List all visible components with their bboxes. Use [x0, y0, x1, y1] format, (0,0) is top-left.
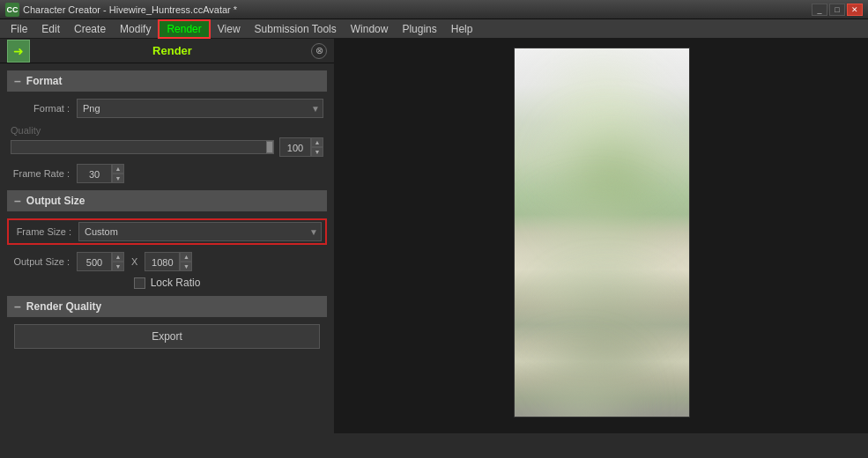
menu-file[interactable]: File: [4, 21, 34, 37]
frame-size-row: Frame Size : Custom HD 720p HD 1080p 4K …: [7, 218, 327, 245]
format-select-wrapper[interactable]: Png Jpg Bmp Tiff ▼: [77, 99, 323, 118]
output-size-collapse-icon[interactable]: –: [14, 194, 21, 208]
format-collapse-icon[interactable]: –: [14, 74, 21, 88]
height-down-button[interactable]: ▼: [180, 262, 192, 271]
menu-view[interactable]: View: [211, 21, 248, 37]
menu-bar: File Edit Create Modify Render View Subm…: [0, 19, 868, 39]
frame-rate-label: Frame Rate :: [11, 168, 77, 179]
frame-rate-up-button[interactable]: ▲: [112, 164, 124, 174]
lock-ratio-label: Lock Ratio: [151, 277, 201, 289]
render-quality-section-header: – Render Quality: [7, 296, 327, 317]
width-spin-buttons: ▲ ▼: [112, 252, 124, 271]
render-tab-close-button[interactable]: ⊗: [311, 43, 327, 59]
quality-up-button[interactable]: ▲: [311, 137, 323, 147]
frame-rate-input: 30 ▲ ▼: [77, 164, 124, 183]
window-controls: _ □ ✕: [812, 4, 863, 16]
export-button[interactable]: Export: [14, 324, 320, 349]
menu-create[interactable]: Create: [67, 21, 113, 37]
title-bar: CC Character Creator - Hivewire_Huntress…: [0, 0, 868, 19]
frame-rate-value: 30: [77, 164, 112, 183]
menu-plugins[interactable]: Plugins: [395, 21, 443, 37]
format-select[interactable]: Png Jpg Bmp Tiff: [77, 99, 323, 118]
width-value: 500: [77, 252, 112, 271]
render-tab-bar: ➜ Render ⊗: [0, 39, 334, 63]
width-down-button[interactable]: ▼: [112, 262, 124, 271]
slider-thumb[interactable]: [266, 141, 273, 153]
output-size-row: Output Size : 500 ▲ ▼ X 1080 ▲: [7, 252, 327, 271]
quality-slider[interactable]: [11, 140, 274, 154]
render-arrow-button[interactable]: ➜: [7, 40, 30, 63]
quality-down-button[interactable]: ▼: [311, 147, 323, 157]
quality-spin-buttons: ▲ ▼: [311, 137, 323, 157]
width-up-button[interactable]: ▲: [112, 252, 124, 262]
x-separator: X: [128, 256, 141, 267]
menu-help[interactable]: Help: [444, 21, 480, 37]
quality-label: Quality: [7, 125, 327, 137]
frame-rate-row: Frame Rate : 30 ▲ ▼: [7, 164, 327, 183]
settings-area[interactable]: – Format Format : Png Jpg Bmp Tiff ▼ Qua…: [0, 63, 334, 433]
lock-ratio-checkbox[interactable]: [134, 277, 145, 289]
height-value: 1080: [145, 252, 180, 271]
lock-ratio-row: Lock Ratio: [7, 277, 327, 289]
height-spin-buttons: ▲ ▼: [180, 252, 192, 271]
height-up-button[interactable]: ▲: [180, 252, 192, 262]
app-icon: CC: [5, 3, 19, 17]
slider-fill: [11, 141, 273, 153]
menu-window[interactable]: Window: [344, 21, 396, 37]
title-text: Character Creator - Hivewire_Huntress.cc…: [23, 4, 812, 15]
format-section-header: – Format: [7, 70, 327, 92]
right-panel: [335, 39, 868, 433]
height-input-group: 1080 ▲ ▼: [145, 252, 192, 271]
minimize-button[interactable]: _: [812, 4, 827, 16]
output-size-label: Output Size :: [11, 256, 77, 267]
quality-value-box: 100 ▲ ▼: [279, 137, 323, 157]
maximize-button[interactable]: □: [829, 4, 845, 16]
close-button[interactable]: ✕: [847, 4, 863, 16]
frame-size-label: Frame Size :: [12, 226, 78, 237]
format-row: Format : Png Jpg Bmp Tiff ▼: [7, 99, 327, 118]
render-tab-label: Render: [33, 44, 311, 57]
main-layout: ➜ Render ⊗ – Format Format : Png Jpg Bmp…: [0, 39, 868, 433]
output-size-section-header: – Output Size: [7, 190, 327, 211]
menu-modify[interactable]: Modify: [113, 21, 158, 37]
output-size-section-title: Output Size: [26, 195, 85, 207]
render-quality-collapse-icon[interactable]: –: [14, 299, 21, 314]
format-label: Format :: [11, 103, 77, 114]
frame-rate-down-button[interactable]: ▼: [112, 174, 124, 183]
frame-rate-spin-buttons: ▲ ▼: [112, 164, 124, 183]
format-section-title: Format: [26, 75, 63, 87]
frame-size-select-wrapper[interactable]: Custom HD 720p HD 1080p 4K ▼: [78, 222, 322, 241]
width-input-group: 500 ▲ ▼: [77, 252, 124, 271]
frame-size-select[interactable]: Custom HD 720p HD 1080p 4K: [78, 222, 322, 241]
menu-submission-tools[interactable]: Submission Tools: [248, 21, 344, 37]
quality-value: 100: [279, 137, 311, 157]
output-size-input-group: 500 ▲ ▼ X 1080 ▲ ▼: [77, 252, 192, 271]
preview-image: [514, 48, 690, 417]
quality-slider-row: 100 ▲ ▼: [7, 137, 327, 157]
left-panel: ➜ Render ⊗ – Format Format : Png Jpg Bmp…: [0, 39, 335, 433]
menu-render[interactable]: Render: [158, 19, 210, 39]
render-quality-section-title: Render Quality: [26, 300, 101, 313]
menu-edit[interactable]: Edit: [34, 21, 67, 37]
